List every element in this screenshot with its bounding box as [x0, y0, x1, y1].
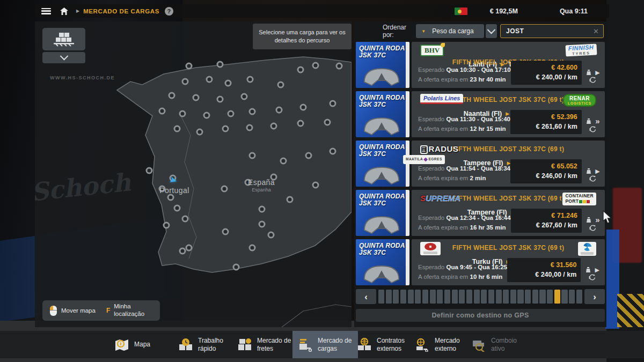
trailer-select-button[interactable] — [42, 28, 85, 50]
city-dot[interactable] — [206, 76, 213, 83]
nav-cargo-market[interactable]: Mercado de cargas — [292, 331, 358, 358]
page-segment[interactable] — [539, 290, 545, 304]
city-dot[interactable] — [268, 232, 275, 239]
nav-quick-job[interactable]: Trabalho rápido — [173, 331, 236, 358]
city-dot[interactable] — [280, 158, 287, 165]
page-segment[interactable] — [408, 290, 414, 304]
page-segment[interactable] — [415, 290, 421, 304]
city-dot[interactable] — [203, 112, 210, 119]
cargo-card[interactable]: QUINTA RODAJSK 37C SUPREMA FIFTH WHEEL J… — [356, 190, 605, 236]
city-dot[interactable] — [241, 93, 248, 100]
city-dot[interactable] — [179, 248, 186, 255]
cargo-card[interactable]: QUINTA RODAJSK 37C FIFTH WHEEL JOST JSK … — [356, 239, 605, 285]
iberia-map[interactable] — [35, 21, 352, 327]
search-input[interactable] — [505, 27, 593, 35]
page-segment[interactable] — [510, 290, 516, 304]
nav-external-market[interactable]: Mercado externo — [409, 331, 470, 358]
city-dot[interactable] — [182, 78, 189, 85]
set-gps-destination-button[interactable]: Definir como destino no GPS — [356, 309, 605, 322]
city-dot[interactable] — [300, 104, 307, 111]
page-segment[interactable] — [422, 290, 428, 304]
city-dot[interactable] — [249, 152, 256, 159]
menu-icon[interactable] — [41, 8, 51, 14]
city-dot[interactable] — [217, 96, 224, 103]
city-dot[interactable] — [169, 92, 175, 99]
city-dot[interactable] — [146, 167, 153, 174]
city-dot[interactable] — [270, 123, 277, 130]
city-dot[interactable] — [259, 221, 266, 228]
city-dot[interactable] — [297, 67, 304, 73]
page-segment[interactable] — [532, 290, 538, 304]
city-dot[interactable] — [159, 108, 166, 115]
nav-external-contracts[interactable]: Contratos externos — [352, 331, 417, 358]
cargo-card[interactable]: QUINTA RODAJSK 37C Polaris Lines FIFTH W… — [356, 91, 605, 137]
nav-freight-market[interactable]: Mercado de fretes — [232, 331, 297, 358]
city-dot[interactable] — [186, 245, 193, 252]
page-segment[interactable] — [459, 290, 465, 304]
city-dot[interactable] — [312, 182, 319, 189]
city-dot[interactable] — [228, 110, 235, 117]
city-dot[interactable] — [249, 245, 256, 252]
page-segment[interactable] — [474, 290, 480, 304]
page-segment[interactable] — [430, 290, 436, 304]
city-dot[interactable] — [174, 205, 181, 212]
map-panel[interactable]: WWW.HS-SCHOCH.DE Schoch ➤ Portugal Españ… — [35, 21, 352, 327]
city-dot[interactable] — [276, 107, 283, 114]
page-segment[interactable] — [547, 290, 553, 304]
city-dot[interactable] — [324, 119, 331, 126]
city-dot[interactable] — [259, 206, 266, 213]
city-dot[interactable] — [336, 63, 343, 70]
city-dot[interactable] — [277, 82, 284, 88]
page-segment[interactable] — [466, 290, 472, 304]
city-dot[interactable] — [217, 61, 224, 68]
city-dot[interactable] — [297, 120, 304, 127]
city-dot[interactable] — [186, 63, 193, 70]
next-page-button[interactable]: › — [584, 289, 605, 304]
city-dot[interactable] — [222, 228, 229, 235]
help-button[interactable]: ? — [165, 7, 173, 16]
city-dot[interactable] — [182, 216, 189, 223]
city-dot[interactable] — [221, 186, 228, 193]
nav-map[interactable]: Mapa — [109, 331, 165, 358]
home-icon[interactable] — [60, 7, 69, 16]
page-segment[interactable] — [481, 290, 487, 304]
city-dot[interactable] — [179, 110, 186, 117]
city-dot[interactable] — [330, 100, 336, 107]
page-segment[interactable] — [496, 290, 502, 304]
page-segment[interactable] — [488, 290, 494, 304]
city-dot[interactable] — [247, 76, 254, 83]
page-segments[interactable] — [378, 290, 582, 304]
page-segment[interactable] — [569, 290, 575, 304]
cargo-card[interactable]: QUINTA RODAJSK 37C BHV FIFTH WHEEL JOST … — [356, 42, 605, 88]
city-dot[interactable] — [312, 62, 319, 69]
page-segment[interactable] — [444, 290, 450, 304]
city-dot[interactable] — [287, 196, 294, 203]
page-segment[interactable] — [378, 290, 384, 304]
city-dot[interactable] — [233, 264, 240, 271]
city-dot[interactable] — [246, 124, 253, 131]
sort-expand-button[interactable] — [486, 24, 497, 38]
page-segment-active[interactable] — [554, 290, 560, 304]
page-segment[interactable] — [452, 290, 458, 304]
page-segment[interactable] — [386, 290, 392, 304]
page-segment[interactable] — [517, 290, 523, 304]
clear-search-icon[interactable]: ✕ — [593, 27, 599, 35]
city-dot[interactable] — [249, 108, 256, 115]
city-dot[interactable] — [163, 222, 170, 229]
city-dot[interactable] — [196, 129, 203, 136]
page-segment[interactable] — [437, 290, 443, 304]
page-segment[interactable] — [561, 290, 567, 304]
page-segment[interactable] — [503, 290, 509, 304]
city-dot[interactable] — [193, 94, 200, 101]
city-dot[interactable] — [330, 148, 336, 155]
city-dot[interactable] — [305, 152, 312, 159]
page-segment[interactable] — [400, 290, 406, 304]
page-segment[interactable] — [393, 290, 399, 304]
page-segment[interactable] — [525, 290, 531, 304]
prev-page-button[interactable]: ‹ — [356, 289, 376, 304]
cargo-card[interactable]: QUINTA RODAJSK 37C ΞRADUS FIFTH WHEEL JO… — [356, 141, 605, 187]
city-dot[interactable] — [222, 125, 229, 132]
sort-dropdown[interactable]: ▼ Peso da carga — [416, 24, 484, 38]
collapse-button[interactable] — [42, 52, 85, 63]
city-dot[interactable] — [174, 125, 181, 132]
